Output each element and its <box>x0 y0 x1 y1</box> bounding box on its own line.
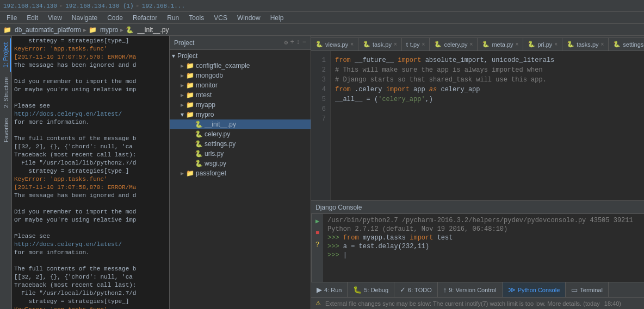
tree-item-urls-py[interactable]: 🐍 urls.py <box>170 149 311 159</box>
menu-vcs[interactable]: VCS <box>209 13 232 23</box>
tab-close-icon[interactable]: × <box>601 41 604 47</box>
add-icon[interactable]: + <box>290 39 294 47</box>
menu-refactor[interactable]: Refactor <box>128 13 162 23</box>
menu-tools[interactable]: Tools <box>184 13 208 23</box>
sidebar-tab-structure[interactable]: 2: Structure <box>2 73 10 112</box>
collapse-icon[interactable]: − <box>302 39 306 47</box>
breadcrumb-mypro[interactable]: mypro <box>100 26 118 34</box>
console-line: >>> from myapp.tasks import test <box>327 234 640 242</box>
tree-arrow-root: ▾ <box>170 52 177 60</box>
tab-pri-py[interactable]: 🐍 pri.py× <box>523 37 562 51</box>
console-line: >>> | <box>327 251 640 260</box>
log-line: The full contents of the message b <box>14 135 167 143</box>
tab-close-icon[interactable]: × <box>470 41 473 47</box>
tab-close-icon[interactable]: × <box>554 41 558 47</box>
tree-item-myapp[interactable]: ▸📁 myapp <box>170 100 311 110</box>
log-line: Traceback (most recent call last): <box>14 151 167 159</box>
tab-views-py[interactable]: 🐍 views.py× <box>311 37 358 51</box>
folder-icon: 📁 <box>186 72 194 79</box>
tree-arrow: ▸ <box>178 62 186 70</box>
log-line <box>14 127 167 135</box>
tab-label: pri.py <box>537 41 552 48</box>
tab-close-icon[interactable]: × <box>350 41 354 47</box>
tab-tasks-py[interactable]: 🐍 tasks.py× <box>562 37 609 51</box>
toolbar-btn-terminal[interactable]: ▭Terminal <box>566 282 609 298</box>
tree-arrow: ▸ <box>178 81 186 89</box>
tab-settings-py[interactable]: 🐍 settings.py× <box>609 37 644 51</box>
tree-item-celery-py[interactable]: 🐍 celery.py <box>170 129 311 139</box>
toolbar-btn-python-console[interactable]: ≫Python Console <box>503 282 566 298</box>
toolbar-btn-4:-run[interactable]: ▶4: Run <box>311 282 348 298</box>
tree-item-monitor[interactable]: ▸📁 monitor <box>170 80 311 90</box>
tab-celery-py[interactable]: 🐍 celery.py× <box>430 37 478 51</box>
breadcrumb-db[interactable]: db_automatic_platform <box>15 26 81 34</box>
tree-item-mtest[interactable]: ▸📁 mtest <box>170 90 311 100</box>
tab-meta-py[interactable]: 🐍 meta.py× <box>478 37 523 51</box>
tab-icon: 🐍 <box>363 41 370 48</box>
tab-close-icon[interactable]: × <box>394 41 397 47</box>
toolbar-btn-icon: ▭ <box>571 286 578 294</box>
log-line: [[32, 2], {}, {'chord': null, 'ca <box>14 143 167 151</box>
code-content[interactable]: from __future__ import absolute_import, … <box>331 51 644 200</box>
project-header-icons: ⚙ + ↕ − <box>284 39 306 47</box>
project-title: Project <box>174 39 194 47</box>
menu-view[interactable]: View <box>44 13 66 23</box>
menu-help[interactable]: Help <box>266 13 288 23</box>
run-icon[interactable]: ▶ <box>313 216 323 226</box>
tab-label: tasks.py <box>577 41 598 48</box>
bottom-panel: Django Console ▶ ■ ? /usr/bin/python2.7 … <box>311 200 644 309</box>
folder-icon: 📁 <box>186 62 194 70</box>
tree-label: settings.py <box>205 140 236 148</box>
folder-icon: 📁 <box>186 91 194 99</box>
tree-item-mongodb[interactable]: ▸📁 mongodb <box>170 71 311 80</box>
menu-code[interactable]: Code <box>103 13 127 23</box>
tree-item-mypro[interactable]: ▾📁 mypro <box>170 110 311 119</box>
tab-close-icon[interactable]: × <box>516 41 519 47</box>
settings-icon[interactable]: ⚙ <box>284 39 288 47</box>
toolbar-btn-label: Terminal <box>580 287 603 293</box>
log-line: Did you remember to import the mod <box>14 78 167 86</box>
tree-label: configfile_example <box>196 62 250 70</box>
console-line: Python 2.7.12 (default, Nov 19 2016, 06:… <box>327 225 640 234</box>
tree-item-configfile_example[interactable]: ▸📁 configfile_example <box>170 61 311 71</box>
code-line: # This will make sure the app is always … <box>335 65 640 75</box>
status-bar: ⚠ External file changes sync may be slow… <box>311 297 644 309</box>
log-line <box>14 224 167 232</box>
tree-arrow: ▸ <box>178 101 186 109</box>
toolbar-btn-9:-version-control[interactable]: ↑9: Version Control <box>438 282 503 298</box>
menu-navigate[interactable]: Navigate <box>67 13 102 23</box>
breadcrumb-mypro-icon: 📁 <box>89 26 97 34</box>
sidebar-tab-favorites[interactable]: Favorites <box>2 113 10 147</box>
menu-run[interactable]: Run <box>163 13 183 23</box>
code-line: from .celery import app as celery_app <box>335 85 640 94</box>
menu-file[interactable]: File <box>2 13 21 23</box>
sync-icon[interactable]: ↕ <box>296 39 300 47</box>
log-line <box>14 200 167 208</box>
tree-item-Project[interactable]: ▾Project <box>170 51 311 61</box>
tab-close-icon[interactable]: × <box>422 41 425 47</box>
main-layout: 1: Project 2: Structure Favorites strate… <box>0 36 644 309</box>
log-line: Traceback (most recent call last): <box>14 281 167 289</box>
question-icon[interactable]: ? <box>313 240 323 250</box>
code-editor[interactable]: 1234567 from __future__ import absolute_… <box>311 51 644 200</box>
toolbar-btn-6:-todo[interactable]: ✓6: TODO <box>394 282 438 298</box>
toolbar-btn-5:-debug[interactable]: 🐛5: Debug <box>348 282 394 298</box>
tree-item-settings-py[interactable]: 🐍 settings.py <box>170 139 311 149</box>
tree-item-wsgi-py[interactable]: 🐍 wsgi.py <box>170 159 311 168</box>
toolbar-btn-icon: 🐛 <box>353 286 362 294</box>
console-title: Django Console <box>315 204 362 211</box>
console-content[interactable]: /usr/bin/python2.7 /pycharm-2016.3.2/hel… <box>323 214 644 282</box>
sidebar-tab-project[interactable]: 1: Project <box>1 38 11 72</box>
tab-icon: 🐍 <box>315 41 323 48</box>
tree-item-__init__-py[interactable]: 🐍 __init__.py <box>170 119 311 129</box>
tree-item-passforget[interactable]: ▸📁 passforget <box>170 168 311 178</box>
menu-edit[interactable]: Edit <box>22 13 42 23</box>
menu-window[interactable]: Window <box>233 13 265 23</box>
tab-t-py[interactable]: t t.py× <box>402 37 430 51</box>
tab-task-py[interactable]: 🐍 task.py× <box>358 37 402 51</box>
stop-icon[interactable]: ■ <box>313 228 323 238</box>
breadcrumb-file[interactable]: __init__.py <box>137 26 169 34</box>
log-line: for more information. <box>14 118 167 127</box>
ip-address-3: 192.168.1... <box>142 3 185 9</box>
console-line: /usr/bin/python2.7 /pycharm-2016.3.2/hel… <box>327 216 640 225</box>
